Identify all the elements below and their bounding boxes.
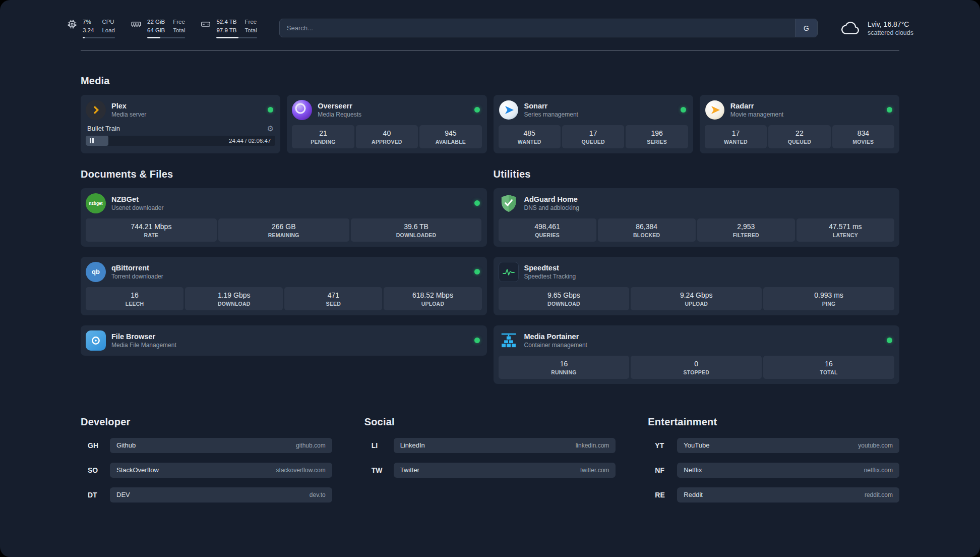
stat-box: 498,461 QUERIES: [499, 218, 596, 242]
now-playing-title: Bullet Train: [87, 125, 120, 132]
bookmark-url: reddit.com: [865, 491, 893, 498]
stat-box: 1.19 Gbps DOWNLOAD: [185, 287, 283, 310]
memory-icon: [130, 19, 142, 30]
plex-icon: [86, 100, 106, 120]
disk-free-label: Free: [245, 18, 257, 26]
bookmark-twitter[interactable]: TW Twitter twitter.com: [364, 463, 616, 478]
service-name: Radarr: [730, 102, 881, 110]
service-subtitle: Torrent downloader: [111, 273, 469, 280]
portainer-card[interactable]: Media Portainer Container management 16 …: [494, 325, 900, 384]
gear-icon[interactable]: ⚙: [267, 125, 274, 132]
speedtest-card[interactable]: Speedtest Speedtest Tracking 9.65 Gbps D…: [494, 257, 900, 315]
stat-value: 47.571 ms: [799, 222, 892, 231]
section-documents: Documents & Files nzbget NZBGet Usenet d…: [81, 169, 487, 384]
service-subtitle: Movie management: [730, 111, 881, 118]
bookmark-name: Github: [116, 441, 136, 449]
memory-free-label: Free: [173, 18, 185, 26]
stat-value: 39.6 TB: [353, 222, 480, 231]
qbittorrent-card[interactable]: qb qBittorrent Torrent downloader 16 LEE…: [81, 257, 487, 315]
playback-progress-fill: [86, 136, 108, 146]
cpu-load-label: Load: [102, 27, 115, 34]
stat-box: 945 AVAILABLE: [419, 125, 481, 148]
sonarr-icon: [499, 100, 519, 120]
media-section-title: Media: [81, 75, 899, 87]
bookmark-url: twitter.com: [580, 467, 609, 474]
stat-box: 17 WANTED: [705, 125, 767, 148]
filebrowser-icon: [86, 330, 106, 351]
sonarr-card[interactable]: Sonarr Series management 485 WANTED 17 Q…: [494, 95, 693, 153]
stat-value: 17: [564, 129, 622, 137]
memory-free: 22 GiB: [147, 18, 165, 26]
stat-box: 0.993 ms PING: [763, 287, 894, 310]
stat-label: QUERIES: [501, 232, 594, 238]
bookmark-abbr: RE: [648, 491, 677, 499]
stat-value: 945: [421, 129, 479, 137]
disk-widget: 52.4 TB 97.9 TB Free Total: [200, 18, 257, 38]
adguard-shield-icon: [499, 193, 519, 213]
radarr-card[interactable]: Radarr Movie management 17 WANTED 22 QUE…: [700, 95, 899, 153]
status-dot: [474, 200, 480, 206]
weather-widget: Lviv, 16.87°C scattered clouds: [840, 20, 913, 36]
stat-value: 40: [358, 129, 416, 137]
search-provider-button[interactable]: G: [795, 19, 817, 37]
plex-card[interactable]: Plex Media server Bullet Train ⚙ 24:44 /…: [81, 95, 280, 153]
status-dot: [887, 338, 892, 343]
radarr-icon: [705, 100, 725, 120]
stat-box: 196 SERIES: [626, 125, 688, 148]
service-subtitle: Media server: [111, 111, 262, 118]
disk-icon: [200, 19, 211, 30]
stat-box: 2,953 FILTERED: [697, 218, 795, 242]
status-dot: [681, 107, 686, 113]
stat-label: FILTERED: [699, 232, 793, 238]
memory-progress-fill: [147, 37, 160, 38]
stat-label: QUEUED: [564, 139, 622, 145]
bookmark-name: LinkedIn: [400, 441, 425, 449]
bookmarks-area: Developer GH Github github.com SO StackO…: [81, 416, 899, 512]
bookmark-dev[interactable]: DT DEV dev.to: [81, 487, 332, 503]
stat-value: 196: [628, 129, 686, 137]
stat-label: UPLOAD: [633, 301, 760, 307]
media-card-row: Plex Media server Bullet Train ⚙ 24:44 /…: [81, 95, 899, 153]
service-name: Media Portainer: [524, 332, 882, 341]
search-input[interactable]: [279, 19, 818, 37]
service-name: File Browser: [111, 332, 469, 341]
bookmark-linkedin[interactable]: LI LinkedIn linkedin.com: [364, 438, 616, 453]
bookmark-youtube[interactable]: YT YouTube youtube.com: [648, 438, 899, 453]
adguard-card[interactable]: AdGuard Home DNS and adblocking 498,461 …: [494, 188, 900, 247]
status-dot: [474, 107, 480, 113]
overseerr-card[interactable]: Overseerr Media Requests 21 PENDING 40 A…: [287, 95, 486, 153]
documents-section-title: Documents & Files: [81, 169, 487, 180]
status-dot: [474, 338, 480, 343]
search-bar: G: [279, 19, 818, 37]
stat-label: WANTED: [501, 139, 559, 145]
stat-box: 16 LEECH: [86, 287, 183, 310]
stat-value: 266 GB: [220, 222, 347, 231]
stat-label: DOWNLOADED: [353, 232, 480, 238]
stat-value: 1.19 Gbps: [187, 291, 281, 299]
cpu-percent: 7%: [83, 18, 94, 26]
stat-value: 22: [770, 129, 828, 137]
bookmark-netflix[interactable]: NF Netflix netflix.com: [648, 463, 899, 478]
stat-label: UPLOAD: [386, 301, 479, 307]
cpu-widget: 7% 3.24 CPU Load: [67, 18, 115, 38]
stat-box: 39.6 TB DOWNLOADED: [351, 218, 482, 242]
stat-label: RUNNING: [501, 369, 628, 375]
pause-button[interactable]: [90, 138, 94, 143]
disk-total: 97.9 TB: [216, 27, 236, 34]
developer-section-title: Developer: [81, 416, 332, 428]
stat-label: RATE: [88, 232, 215, 238]
bookmark-abbr: TW: [364, 466, 394, 474]
bookmark-name: Reddit: [684, 491, 703, 498]
filebrowser-card[interactable]: File Browser Media File Management: [81, 325, 487, 356]
bookmark-github[interactable]: GH Github github.com: [81, 438, 332, 453]
utilities-section-title: Utilities: [494, 169, 900, 180]
portainer-crane-icon: [499, 330, 519, 351]
stat-label: APPROVED: [358, 139, 416, 145]
service-name: qBittorrent: [111, 264, 469, 272]
entertainment-section-title: Entertainment: [648, 416, 899, 428]
stat-label: AVAILABLE: [421, 139, 479, 145]
stat-label: DOWNLOAD: [501, 301, 628, 307]
nzbget-card[interactable]: nzbget NZBGet Usenet downloader 744.21 M…: [81, 188, 487, 247]
bookmark-stackoverflow[interactable]: SO StackOverflow stackoverflow.com: [81, 463, 332, 478]
bookmark-reddit[interactable]: RE Reddit reddit.com: [648, 487, 899, 503]
